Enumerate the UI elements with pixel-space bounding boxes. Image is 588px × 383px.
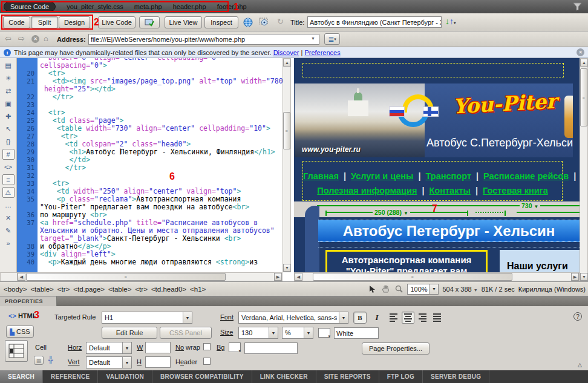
services-box[interactable]: Наши услуги [500, 250, 580, 272]
word-wrap-icon[interactable]: ≡ [2, 174, 15, 185]
text-color-swatch[interactable] [318, 328, 330, 338]
align-center-button[interactable] [402, 312, 414, 324]
tag-selector-item[interactable]: <td.head0> [151, 286, 186, 293]
merge-cells-icon[interactable]: ▦ [34, 356, 44, 365]
nav-link-1[interactable]: Полезная информация [317, 186, 417, 195]
results-tab-browser-compatibility[interactable]: BROWSER COMPATIBILITY [152, 370, 252, 383]
css-panel-button[interactable]: CSS Panel [160, 327, 212, 339]
scroll-up-icon[interactable]: ▲ [283, 59, 291, 67]
promo-text-box[interactable]: Автотранспортная компания "You-Piter" пр… [325, 250, 488, 272]
discover-link[interactable]: Discover [273, 49, 299, 56]
nav-link-2[interactable]: Контакты [430, 186, 471, 195]
results-tab-validation[interactable]: VALIDATION [98, 370, 152, 383]
targeted-rule-select[interactable]: H1▼ [102, 312, 192, 324]
apply-comment-icon[interactable]: … [2, 200, 15, 211]
code-horizontal-scrollbar[interactable]: ◀ ≡ ▶ [17, 272, 283, 281]
results-tab-ftp-log[interactable]: FTP LOG [379, 370, 423, 383]
syntax-error-alerts-icon[interactable]: ⚠ [2, 187, 15, 198]
font-select[interactable]: Verdana, Arial, Helvetica, sans-serif▼ [238, 312, 348, 324]
code-line-text[interactable]: </tr> [38, 164, 86, 172]
horz-select[interactable]: Default▼ [86, 342, 132, 354]
zoom-level-select[interactable]: 100%▼ [407, 284, 439, 295]
code-line-text[interactable]: </tr> [38, 93, 73, 101]
collapse-full-tag-icon[interactable]: ⇄ [2, 85, 15, 96]
table-width-label-outer[interactable]: 730 ▼ [520, 202, 540, 209]
inspect-button[interactable]: Inspect [204, 16, 238, 28]
tag-selector-item[interactable]: <table> [108, 286, 131, 293]
italic-button[interactable]: I [370, 313, 384, 325]
open-documents-icon[interactable]: ▤ [2, 60, 15, 71]
select-tool-icon[interactable] [367, 284, 377, 294]
window-size-select[interactable]: 504 x 388 ▼ [442, 286, 477, 293]
text-color-input[interactable]: White [334, 327, 379, 339]
size-unit-select[interactable]: %▼ [282, 327, 313, 339]
edit-rule-button[interactable]: Edit Rule [102, 327, 157, 339]
file-management-icon[interactable]: ≣▾ [324, 33, 340, 45]
tag-selector-item[interactable]: <td.page> [73, 286, 105, 293]
w-input[interactable] [145, 342, 171, 353]
design-h1-heading[interactable]: Автобус Петербург - Хельсин [318, 220, 580, 242]
check-browser-compatibility-icon[interactable] [139, 16, 160, 28]
remove-comment-icon[interactable]: ✕ [2, 212, 15, 223]
align-left-button[interactable] [387, 312, 400, 324]
design-hscroll-thumb[interactable]: ≡ [313, 273, 512, 281]
properties-tab[interactable]: PROPERTIES [0, 296, 57, 306]
h-input[interactable] [145, 356, 171, 368]
tag-selector-item[interactable]: <tr> [57, 286, 70, 293]
css-mode-button[interactable]: ▙ CSS [6, 326, 34, 338]
scroll-right-icon[interactable]: ▶ [571, 273, 579, 281]
design-view[interactable]: www.you-piter.ru You-Piter Автобус С.Пет… [294, 58, 580, 272]
code-vertical-scrollbar[interactable]: ▲ ≡ ▼ [283, 58, 291, 272]
page-properties-button[interactable]: Page Properties... [362, 342, 430, 355]
live-code-button[interactable]: Live Code [98, 16, 136, 28]
code-editor[interactable]: border="0" align="center" cellpadding="0… [17, 58, 283, 272]
file-get-put-icon[interactable]: ↓↑▾ [445, 16, 456, 26]
tag-selector-item[interactable]: <table> [30, 286, 53, 293]
results-tab-server-debug[interactable]: SERVER DEBUG [423, 370, 489, 383]
bg-color-swatch[interactable] [229, 342, 241, 352]
home-icon[interactable]: ⌂ [44, 34, 48, 43]
design-vertical-scrollbar[interactable]: ▲ ≡ ▼ [580, 58, 588, 281]
scroll-left-icon[interactable]: ◀ [18, 273, 25, 281]
scroll-right-icon[interactable]: ▶ [274, 273, 282, 281]
address-input[interactable]: file:///E|/WebServers/home/you-piter/www… [88, 34, 319, 45]
tag-selector-item[interactable]: <tr> [135, 286, 147, 293]
scroll-down-icon[interactable]: ▼ [283, 264, 291, 272]
size-select[interactable]: 130▼ [238, 327, 278, 339]
validate-markup-icon[interactable] [259, 18, 270, 28]
zoom-tool-icon[interactable] [394, 284, 403, 294]
code-vscroll-thumb[interactable]: ≡ [283, 112, 290, 149]
preview-in-browser-icon[interactable] [243, 18, 253, 28]
select-parent-tag-icon[interactable]: ↖ [2, 123, 15, 134]
split-cell-icon[interactable]: ╬ [46, 356, 56, 365]
nav-link-4[interactable]: Расписание рейсов [483, 171, 569, 181]
design-horizontal-scrollbar[interactable]: ◀ ≡ ▶ [294, 272, 580, 281]
line-numbers-icon[interactable]: # [2, 149, 15, 160]
results-tab-search[interactable]: SEARCH [0, 370, 43, 383]
no-wrap-checkbox[interactable] [203, 343, 211, 350]
forward-icon[interactable]: ⇨ [18, 34, 25, 43]
bg-color-input[interactable] [244, 342, 298, 354]
highlight-invalid-code-icon[interactable]: <> [2, 162, 15, 172]
scroll-down-icon[interactable]: ▼ [580, 273, 588, 281]
title-input[interactable]: Автобус в Финляндию (Санкт Петербург - Х… [307, 16, 442, 28]
tag-selector-item[interactable]: <h1> [190, 286, 206, 293]
align-right-button[interactable] [416, 312, 429, 324]
collapse-selection-icon[interactable]: ▣ [2, 98, 15, 109]
back-icon[interactable]: ⇦ [5, 34, 11, 43]
refresh-icon[interactable]: ↻ [277, 17, 284, 26]
filter-icon[interactable] [573, 2, 582, 11]
results-tab-site-reports[interactable]: SITE REPORTS [316, 370, 379, 383]
results-tab-link-checker[interactable]: LINK CHECKER [252, 370, 316, 383]
nav-link-1[interactable]: Главная [303, 171, 339, 181]
design-vscroll-thumb[interactable]: ≡ [580, 68, 587, 126]
help-icon[interactable]: ? [573, 312, 582, 321]
code-line-text[interactable]: <p>Каждый день многие люди отправляются … [38, 258, 258, 266]
scroll-left-icon[interactable]: ◀ [295, 273, 302, 281]
header-checkbox[interactable] [203, 358, 211, 365]
nav-link-2[interactable]: Услуги и цены [351, 171, 413, 181]
address-dropdown-icon[interactable]: ▼ [311, 36, 315, 41]
code-navigator-icon[interactable]: ✳ [2, 73, 15, 83]
justify-button[interactable] [431, 312, 443, 324]
code-hscroll-thumb[interactable]: ≡ [26, 273, 226, 281]
